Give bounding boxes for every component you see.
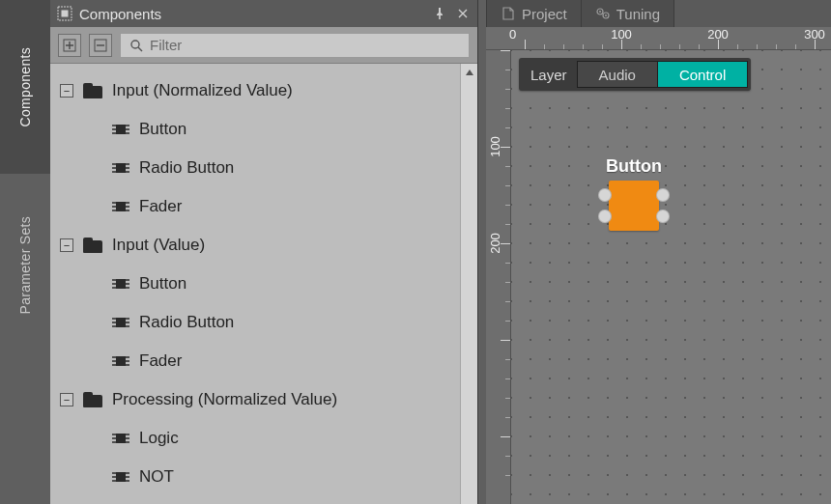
- editor-tabs: Project Tuning: [486, 0, 831, 27]
- folder-icon: [83, 83, 102, 98]
- node-port[interactable]: [598, 210, 612, 223]
- svg-rect-6: [116, 163, 126, 173]
- tab-project[interactable]: Project: [486, 0, 582, 27]
- chip-icon: [112, 353, 129, 369]
- tree-group[interactable]: − Input (Normalized Value): [54, 71, 460, 110]
- tree-item[interactable]: Button: [54, 110, 460, 149]
- pin-icon[interactable]: [431, 5, 448, 22]
- document-icon: [501, 6, 516, 21]
- tab-label: Project: [522, 6, 567, 22]
- layer-audio-button[interactable]: Audio: [577, 61, 658, 88]
- chip-icon: [112, 160, 129, 176]
- tree-item-label: Button: [139, 274, 186, 294]
- panel-splitter[interactable]: [478, 0, 486, 504]
- tree-item[interactable]: Button: [54, 265, 460, 303]
- svg-rect-10: [116, 356, 126, 366]
- gears-icon: [595, 6, 611, 21]
- node-port[interactable]: [656, 188, 670, 202]
- chip-icon: [112, 315, 129, 330]
- chip-icon: [112, 276, 129, 292]
- component-tree: − Input (Normalized Value) Button Radio …: [50, 64, 460, 504]
- layer-label: Layer: [530, 67, 567, 83]
- tree-group-label: Input (Value): [112, 236, 205, 255]
- tree-wrap: − Input (Normalized Value) Button Radio …: [50, 64, 477, 504]
- tree-item[interactable]: Logic: [54, 419, 460, 458]
- filter-input[interactable]: [150, 37, 461, 53]
- components-icon: [56, 5, 73, 22]
- side-tab-parameter-sets[interactable]: Parameter Sets: [0, 174, 50, 357]
- tree-group[interactable]: − Processing (Normalized Value): [54, 380, 460, 419]
- tree-item-label: Fader: [139, 351, 182, 371]
- tree-item[interactable]: NOT: [54, 458, 460, 496]
- svg-point-16: [605, 14, 607, 16]
- svg-rect-9: [116, 318, 126, 327]
- panel-title: Components: [79, 6, 425, 22]
- svg-point-4: [131, 41, 139, 48]
- canvas-node-button[interactable]: Button: [606, 156, 662, 231]
- collapse-all-button[interactable]: [89, 34, 112, 57]
- tree-group-label: Input (Normalized Value): [112, 81, 293, 100]
- filter-field[interactable]: [120, 33, 470, 58]
- side-tab-components[interactable]: Components: [0, 0, 50, 174]
- tree-scrollbar[interactable]: [460, 64, 477, 504]
- expand-all-button[interactable]: [58, 34, 81, 57]
- canvas-area: Project Tuning 0 100 200 300 100 200: [486, 0, 831, 504]
- panel-header: Components: [50, 0, 477, 27]
- tree-item[interactable]: Fader: [54, 342, 460, 380]
- layer-control-button[interactable]: Control: [658, 61, 748, 88]
- node-body[interactable]: [609, 181, 659, 231]
- tree-item-label: Radio Button: [139, 313, 234, 332]
- ruler-label: 0: [509, 27, 516, 42]
- chip-icon: [112, 469, 129, 485]
- panel-toolbar: [50, 27, 477, 64]
- ruler-horizontal: 0 100 200 300: [486, 27, 831, 50]
- node-title: Button: [606, 156, 662, 177]
- chip-icon: [112, 199, 129, 214]
- svg-rect-1: [62, 11, 69, 17]
- tree-item-label: NOT: [139, 467, 174, 487]
- scroll-up-icon[interactable]: [461, 64, 477, 81]
- chip-icon: [112, 431, 129, 446]
- tab-label: Tuning: [616, 6, 660, 22]
- tab-tuning[interactable]: Tuning: [582, 0, 674, 27]
- collapse-toggle[interactable]: −: [60, 393, 73, 406]
- close-icon[interactable]: [454, 5, 472, 22]
- folder-icon: [83, 238, 102, 253]
- folder-icon: [83, 392, 102, 407]
- canvas-body: 100 200 Layer Audio Control Button: [486, 50, 831, 504]
- canvas-grid[interactable]: [511, 50, 831, 504]
- tree-item-label: Logic: [139, 429, 179, 448]
- svg-rect-8: [116, 279, 126, 289]
- components-panel: Components − Input (Normalized Va: [50, 0, 478, 504]
- tree-item-label: Radio Button: [139, 158, 234, 178]
- tree-item-label: Fader: [139, 197, 182, 216]
- svg-point-15: [599, 11, 601, 13]
- collapse-toggle[interactable]: −: [60, 84, 73, 98]
- tree-group[interactable]: − Input (Value): [54, 226, 460, 265]
- svg-rect-12: [116, 472, 126, 482]
- svg-rect-11: [116, 434, 126, 443]
- node-port[interactable]: [598, 188, 612, 202]
- tree-item[interactable]: Radio Button: [54, 303, 460, 342]
- collapse-toggle[interactable]: −: [60, 238, 73, 252]
- svg-rect-7: [116, 202, 126, 211]
- chip-icon: [112, 122, 129, 137]
- node-port[interactable]: [656, 210, 670, 223]
- tree-group-label: Processing (Normalized Value): [112, 390, 337, 409]
- side-tabs: Components Parameter Sets: [0, 0, 50, 504]
- tree-item[interactable]: Radio Button: [54, 149, 460, 187]
- search-icon: [129, 38, 144, 53]
- layer-switcher: Layer Audio Control: [519, 58, 751, 91]
- ruler-vertical: 100 200: [486, 50, 511, 504]
- tree-item-label: Button: [139, 120, 186, 139]
- svg-rect-5: [116, 125, 126, 134]
- tree-item[interactable]: Fader: [54, 187, 460, 226]
